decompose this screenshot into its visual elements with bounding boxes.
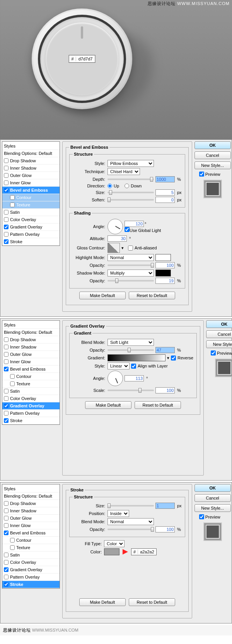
soften-input[interactable]: [155, 197, 175, 203]
preview-checkbox[interactable]: [199, 172, 204, 177]
up-radio[interactable]: [107, 184, 112, 188]
depth-slider[interactable]: [107, 179, 154, 180]
angle-dial[interactable]: [107, 219, 123, 234]
style-item-gradientoverlay[interactable]: Gradient Overlay: [2, 402, 60, 410]
style-item-satin[interactable]: Satin: [2, 551, 60, 559]
opacity-slider[interactable]: [107, 349, 154, 351]
checkbox-icon[interactable]: [4, 418, 9, 423]
checkbox-icon[interactable]: [4, 531, 9, 535]
filltype-select[interactable]: Color: [104, 540, 125, 547]
checkbox-icon[interactable]: [4, 345, 9, 349]
checkbox-icon[interactable]: [4, 523, 9, 528]
style-item-gradientoverlay[interactable]: Gradient Overlay: [2, 566, 60, 574]
checkbox-icon[interactable]: [10, 203, 15, 207]
style-item-patternoverlay[interactable]: Pattern Overlay: [2, 574, 60, 581]
checkbox-icon[interactable]: [10, 381, 15, 386]
scale-slider[interactable]: [107, 390, 154, 391]
reset-default-button[interactable]: Reset to Default: [129, 598, 175, 606]
shadow-color-well[interactable]: [155, 270, 171, 276]
checkbox-icon[interactable]: [4, 508, 9, 513]
style-item-patternoverlay[interactable]: Pattern Overlay: [2, 231, 60, 238]
checkbox-icon[interactable]: [10, 545, 15, 550]
highlight-mode-select[interactable]: Normal: [107, 254, 154, 261]
shadow-opacity-input[interactable]: [155, 278, 175, 284]
style-item-stroke[interactable]: Stroke: [2, 417, 60, 424]
style-item-coloroverlay[interactable]: Color Overlay: [2, 559, 60, 566]
blendmode-select[interactable]: Normal: [107, 518, 154, 525]
down-radio[interactable]: [125, 184, 129, 188]
position-select[interactable]: Inside: [107, 510, 129, 517]
style-item-innerglow[interactable]: Inner Glow: [2, 179, 60, 187]
ok-button[interactable]: OK: [206, 320, 232, 328]
make-default-button[interactable]: Make Default: [79, 598, 126, 606]
blending-options-row[interactable]: Blending Options: Default: [2, 150, 60, 157]
style-item-contour[interactable]: Contour: [2, 373, 60, 380]
checkbox-icon[interactable]: [4, 359, 9, 364]
color-well[interactable]: [104, 548, 119, 555]
newstyle-button[interactable]: New Style...: [194, 504, 231, 512]
align-checkbox[interactable]: [131, 364, 136, 369]
reset-default-button[interactable]: Reset to Default: [135, 401, 181, 409]
depth-input[interactable]: [155, 176, 175, 182]
styles-header[interactable]: Styles: [2, 143, 60, 150]
style-item-innerglow[interactable]: Inner Glow: [2, 358, 60, 366]
checkbox-icon[interactable]: [4, 180, 9, 185]
scale-input[interactable]: [155, 387, 175, 393]
angle-input[interactable]: [125, 375, 144, 381]
angle-input[interactable]: [125, 221, 144, 227]
blendmode-select[interactable]: Soft Light: [107, 339, 154, 346]
checkbox-icon[interactable]: [4, 567, 9, 572]
style-item-dropshadow[interactable]: Drop Shadow: [2, 157, 60, 165]
opacity-slider[interactable]: [107, 529, 154, 530]
checkbox-icon[interactable]: [4, 337, 9, 342]
checkbox-icon[interactable]: [4, 173, 9, 178]
checkbox-icon[interactable]: [10, 374, 15, 379]
checkbox-icon[interactable]: [10, 195, 15, 200]
soften-slider[interactable]: [107, 199, 154, 201]
gloss-contour-well[interactable]: [107, 243, 120, 253]
checkbox-icon[interactable]: [4, 560, 9, 565]
altitude-input[interactable]: [107, 235, 127, 242]
gradstyle-select[interactable]: Linear: [107, 362, 130, 369]
style-item-stroke[interactable]: Stroke: [2, 238, 60, 246]
style-item-innershadow[interactable]: Inner Shadow: [2, 343, 60, 351]
checkbox-icon[interactable]: [4, 404, 9, 408]
checkbox-icon[interactable]: [4, 367, 9, 371]
dropdown-icon[interactable]: ▾: [167, 355, 169, 361]
checkbox-icon[interactable]: [4, 396, 9, 401]
checkbox-icon[interactable]: [4, 501, 9, 506]
style-item-coloroverlay[interactable]: Color Overlay: [2, 395, 60, 402]
style-item-gradientoverlay[interactable]: Gradient Overlay: [2, 223, 60, 231]
style-item-contour[interactable]: Contour: [2, 194, 60, 201]
cancel-button[interactable]: Cancel: [206, 330, 232, 338]
style-item-stroke[interactable]: Stroke: [2, 581, 60, 588]
size-input[interactable]: [155, 503, 175, 509]
styles-header[interactable]: Styles: [2, 321, 60, 329]
style-item-patternoverlay[interactable]: Pattern Overlay: [2, 410, 60, 417]
preview-checkbox[interactable]: [199, 514, 204, 519]
checkbox-icon[interactable]: [4, 389, 9, 393]
highlight-color-well[interactable]: [155, 254, 171, 261]
blending-options-row[interactable]: Blending Options: Default: [2, 493, 60, 500]
checkbox-icon[interactable]: [4, 166, 9, 170]
style-item-texture[interactable]: Texture: [2, 380, 60, 388]
preview-checkbox[interactable]: [211, 350, 216, 355]
style-item-outerglow[interactable]: Outer Glow: [2, 172, 60, 179]
checkbox-icon[interactable]: [4, 239, 9, 244]
shadow-mode-select[interactable]: Multiply: [107, 270, 154, 276]
style-item-innerglow[interactable]: Inner Glow: [2, 522, 60, 529]
size-slider[interactable]: [107, 505, 154, 507]
checkbox-icon[interactable]: [4, 516, 9, 520]
checkbox-icon[interactable]: [4, 553, 9, 557]
style-item-texture[interactable]: Texture: [2, 544, 60, 551]
checkbox-icon[interactable]: [4, 582, 9, 587]
highlight-opacity-input[interactable]: [155, 262, 175, 268]
dropdown-icon[interactable]: ▾: [121, 246, 124, 251]
ok-button[interactable]: OK: [194, 484, 231, 492]
checkbox-icon[interactable]: [4, 352, 9, 357]
antialias-checkbox[interactable]: [128, 246, 133, 251]
opacity-input[interactable]: [155, 526, 175, 532]
style-item-contour[interactable]: Contour: [2, 537, 60, 544]
global-light-checkbox[interactable]: [125, 227, 130, 232]
style-item-innershadow[interactable]: Inner Shadow: [2, 507, 60, 515]
